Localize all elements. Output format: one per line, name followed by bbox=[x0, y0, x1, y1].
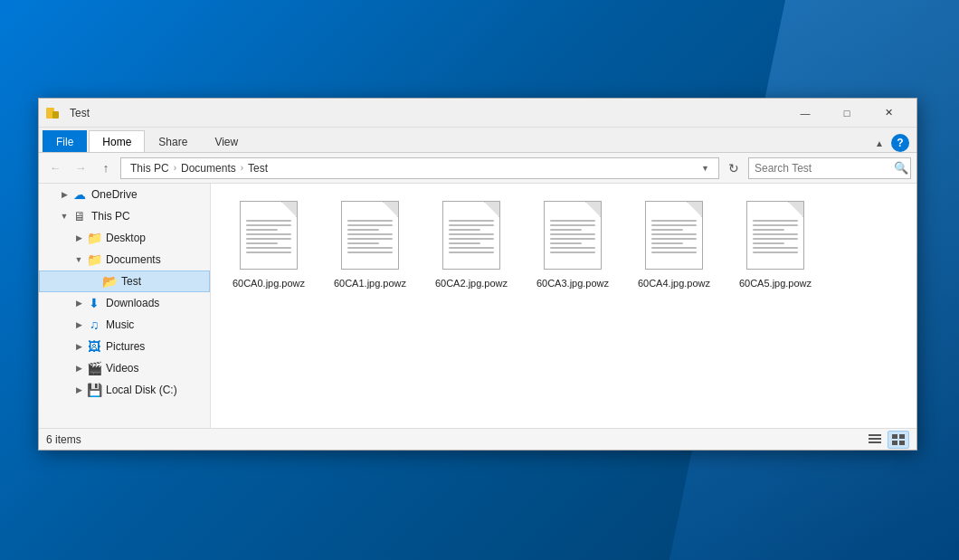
file-label: 60CA0.jpg.powz bbox=[233, 277, 305, 289]
sidebar-item-music[interactable]: ▶ ♫ Music bbox=[39, 314, 210, 336]
title-bar: Test — □ ✕ bbox=[39, 99, 916, 128]
tab-share[interactable]: Share bbox=[145, 130, 201, 152]
document-icon bbox=[442, 201, 500, 270]
address-dropdown-icon[interactable]: ▼ bbox=[698, 164, 713, 173]
file-label: 60CA4.jpg.powz bbox=[638, 277, 710, 289]
tab-file[interactable]: File bbox=[43, 130, 87, 152]
sidebar-item-pictures[interactable]: ▶ 🖼 Pictures bbox=[39, 336, 210, 357]
expand-arrow-local-disk: ▶ bbox=[71, 383, 86, 397]
document-icon bbox=[240, 201, 298, 270]
tiles-view-button[interactable] bbox=[888, 431, 909, 449]
tab-view[interactable]: View bbox=[201, 130, 252, 152]
search-box[interactable]: 🔍 bbox=[748, 157, 911, 179]
sidebar-item-test[interactable]: 📂 Test bbox=[39, 271, 210, 292]
document-icon bbox=[645, 201, 703, 270]
addr-test[interactable]: Test bbox=[244, 160, 271, 176]
sidebar-label-test: Test bbox=[121, 275, 141, 288]
help-button[interactable]: ? bbox=[891, 134, 909, 152]
sidebar-label-downloads: Downloads bbox=[106, 297, 159, 309]
file-item[interactable]: 60CA4.jpg.powz bbox=[625, 193, 723, 298]
file-icon-wrap bbox=[641, 201, 707, 273]
svg-rect-0 bbox=[869, 434, 881, 436]
expand-arrow-test bbox=[87, 274, 101, 289]
downloads-icon: ⬇ bbox=[86, 296, 102, 310]
file-area: 60CA0.jpg.powz60CA1.jpg.powz60CA2.jpg.po… bbox=[211, 184, 916, 428]
file-item[interactable]: 60CA3.jpg.powz bbox=[524, 193, 622, 298]
up-button[interactable]: ↑ bbox=[95, 157, 117, 179]
sidebar-item-this-pc[interactable]: ▼ 🖥 This PC bbox=[39, 205, 210, 227]
sidebar-item-desktop[interactable]: ▶ 📁 Desktop bbox=[39, 227, 210, 249]
svg-rect-5 bbox=[892, 441, 897, 445]
status-item-count: 6 items bbox=[46, 433, 864, 446]
addr-this-pc[interactable]: This PC bbox=[127, 160, 173, 176]
sidebar-label-videos: Videos bbox=[106, 362, 138, 375]
file-icon-wrap bbox=[743, 201, 808, 273]
sidebar-label-pictures: Pictures bbox=[106, 340, 145, 353]
pictures-icon: 🖼 bbox=[86, 339, 102, 354]
sidebar-label-music: Music bbox=[106, 318, 134, 331]
ribbon-collapse-icon[interactable]: ▲ bbox=[871, 137, 888, 150]
file-label: 60CA3.jpg.powz bbox=[536, 277, 609, 289]
file-item[interactable]: 60CA0.jpg.powz bbox=[220, 193, 318, 298]
svg-rect-1 bbox=[869, 438, 881, 440]
sidebar-item-local-disk[interactable]: ▶ 💾 Local Disk (C:) bbox=[39, 379, 210, 401]
document-icon bbox=[544, 201, 602, 270]
sidebar-label-local-disk: Local Disk (C:) bbox=[106, 384, 177, 396]
file-label: 60CA1.jpg.powz bbox=[334, 277, 406, 289]
address-bar-row: ← → ↑ This PC › Documents › Test ▼ ↻ 🔍 bbox=[39, 153, 916, 184]
maximize-button[interactable]: □ bbox=[826, 99, 868, 128]
hdd-icon: 💾 bbox=[86, 383, 102, 397]
back-button[interactable]: ← bbox=[44, 157, 66, 179]
details-view-button[interactable] bbox=[864, 431, 886, 449]
file-item[interactable]: 60CA1.jpg.powz bbox=[321, 193, 419, 298]
window-title: Test bbox=[66, 107, 784, 119]
expand-arrow-music: ▶ bbox=[71, 318, 86, 332]
videos-icon: 🎬 bbox=[86, 361, 102, 375]
expand-arrow-this-pc: ▼ bbox=[57, 209, 71, 223]
svg-rect-3 bbox=[892, 434, 897, 439]
minimize-button[interactable]: — bbox=[784, 99, 826, 128]
sidebar: ▶ ☁ OneDrive ▼ 🖥 This PC ▶ 📁 Desktop ▼ 📁… bbox=[39, 184, 211, 428]
sidebar-label-desktop: Desktop bbox=[106, 232, 146, 244]
address-box[interactable]: This PC › Documents › Test ▼ bbox=[120, 157, 719, 179]
main-area: ▶ ☁ OneDrive ▼ 🖥 This PC ▶ 📁 Desktop ▼ 📁… bbox=[39, 184, 916, 428]
sidebar-item-documents[interactable]: ▼ 📁 Documents bbox=[39, 249, 210, 271]
ribbon-right: ▲ ? bbox=[871, 134, 916, 152]
sidebar-item-videos[interactable]: ▶ 🎬 Videos bbox=[39, 357, 210, 379]
sidebar-label-documents: Documents bbox=[106, 253, 161, 266]
search-icon[interactable]: 🔍 bbox=[894, 161, 908, 175]
window-icon bbox=[46, 107, 62, 119]
sidebar-label-onedrive: OneDrive bbox=[91, 188, 138, 201]
document-icon bbox=[341, 201, 399, 270]
test-folder-icon: 📂 bbox=[101, 274, 118, 289]
music-icon: ♫ bbox=[86, 318, 102, 332]
close-button[interactable]: ✕ bbox=[868, 99, 909, 128]
file-icon-wrap bbox=[439, 201, 504, 273]
file-icon-wrap bbox=[236, 201, 301, 273]
svg-rect-4 bbox=[899, 434, 905, 439]
documents-folder-icon: 📁 bbox=[86, 252, 102, 267]
expand-arrow-documents: ▼ bbox=[71, 252, 86, 267]
file-item[interactable]: 60CA2.jpg.powz bbox=[423, 193, 520, 298]
sidebar-item-downloads[interactable]: ▶ ⬇ Downloads bbox=[39, 292, 210, 314]
forward-button[interactable]: → bbox=[70, 157, 91, 179]
title-bar-controls: — □ ✕ bbox=[784, 99, 909, 128]
expand-arrow-pictures: ▶ bbox=[71, 339, 86, 354]
expand-arrow-downloads: ▶ bbox=[71, 296, 86, 310]
search-input[interactable] bbox=[755, 162, 890, 175]
sidebar-item-onedrive[interactable]: ▶ ☁ OneDrive bbox=[39, 184, 210, 205]
expand-arrow-onedrive: ▶ bbox=[57, 187, 71, 202]
file-item[interactable]: 60CA5.jpg.powz bbox=[726, 193, 824, 298]
refresh-button[interactable]: ↻ bbox=[723, 157, 745, 179]
expand-arrow-videos: ▶ bbox=[71, 361, 86, 375]
document-icon bbox=[746, 201, 804, 270]
onedrive-icon: ☁ bbox=[71, 187, 88, 202]
file-label: 60CA5.jpg.powz bbox=[739, 277, 812, 289]
addr-documents[interactable]: Documents bbox=[177, 160, 240, 176]
expand-arrow-desktop: ▶ bbox=[71, 231, 86, 245]
status-bar: 6 items bbox=[39, 428, 916, 450]
desktop-folder-icon: 📁 bbox=[86, 231, 102, 245]
tab-home[interactable]: Home bbox=[89, 130, 145, 152]
explorer-window: Test — □ ✕ File Home Share View ▲ ? ← → … bbox=[38, 98, 917, 451]
ribbon-tabs: File Home Share View ▲ ? bbox=[39, 128, 916, 153]
